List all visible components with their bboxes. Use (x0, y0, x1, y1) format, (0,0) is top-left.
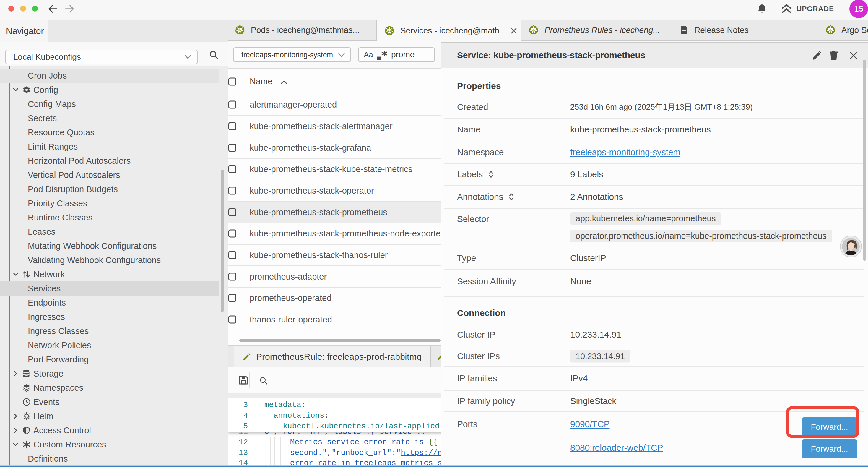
svg-text:HELM: HELM (24, 415, 30, 418)
